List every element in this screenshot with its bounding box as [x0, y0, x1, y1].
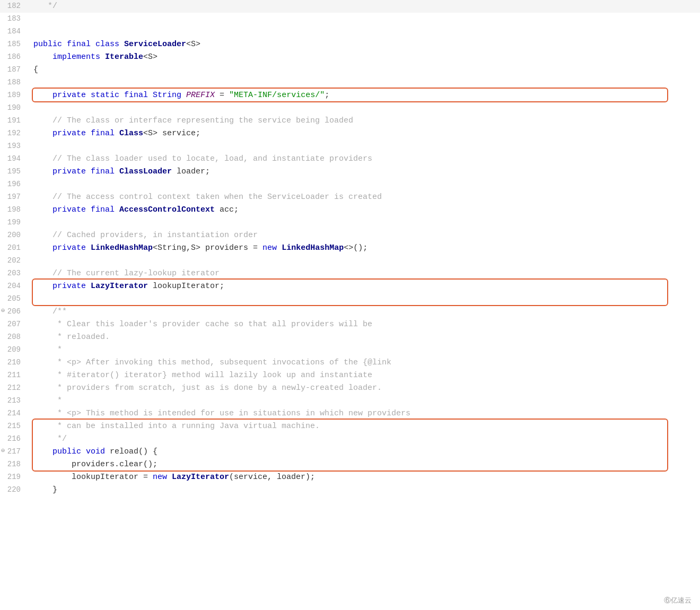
- code-line: 195 private final ClassLoader loader;: [0, 165, 700, 178]
- token-plain: {: [33, 65, 38, 74]
- line-number: 182: [0, 1, 29, 12]
- line-number: 190: [0, 102, 29, 114]
- line-number: 215: [0, 421, 29, 432]
- token-kw: public final class: [33, 40, 124, 49]
- code-line: 185public final class ServiceLoader<S>: [0, 38, 700, 51]
- line-number: 214: [0, 408, 29, 420]
- token-kw: private final: [33, 167, 119, 176]
- line-content: // The access control context taken when…: [29, 191, 700, 203]
- token-classname: LazyIterator: [91, 282, 148, 291]
- code-line: 213 *: [0, 395, 700, 407]
- code-line: 198 private final AccessControlContext a…: [0, 204, 700, 216]
- code-line: 186 implements Iterable<S>: [0, 51, 700, 64]
- token-kw: implements: [33, 53, 105, 62]
- line-number: 219: [0, 472, 29, 483]
- line-content: public void reload() {: [29, 446, 700, 458]
- code-line: 187{: [0, 64, 700, 76]
- line-number: 193: [0, 141, 29, 152]
- token-plain: <>();: [344, 243, 368, 252]
- code-line: 209 *: [0, 344, 700, 356]
- line-content: // The class or interface representing t…: [29, 115, 700, 127]
- code-line: 205: [0, 293, 700, 306]
- line-content: private static final String PREFIX = "ME…: [29, 89, 700, 101]
- token-comment: *: [33, 396, 62, 405]
- token-plain: loader;: [172, 167, 210, 176]
- line-number: 201: [0, 242, 29, 254]
- line-number: 203: [0, 268, 29, 280]
- line-content: implements Iterable<S>: [29, 51, 700, 63]
- line-content: private LinkedHashMap<String,S> provider…: [29, 242, 700, 254]
- code-line: 208 * reloaded.: [0, 331, 700, 344]
- token-comment: * providers from scratch, just as is don…: [33, 384, 382, 393]
- line-number: 210: [0, 357, 29, 369]
- line-number: 213: [0, 395, 29, 407]
- token-plain: <String,S> providers =: [153, 243, 262, 252]
- line-number: 189: [0, 90, 29, 101]
- line-number: 212: [0, 382, 29, 394]
- token-comment: * reloaded.: [33, 333, 110, 342]
- line-number: 186: [0, 51, 29, 63]
- code-line: 201 private LinkedHashMap<String,S> prov…: [0, 242, 700, 255]
- token-comment: * #iterator() iterator} method will lazi…: [33, 371, 372, 380]
- line-content: // Cached providers, in instantiation or…: [29, 229, 700, 241]
- token-plain: lookupIterator;: [148, 282, 224, 291]
- line-number: 207: [0, 319, 29, 330]
- line-content: // The class loader used to locate, load…: [29, 153, 700, 165]
- line-content: [29, 216, 700, 229]
- token-kw: private: [33, 282, 91, 291]
- line-number: 200: [0, 230, 29, 241]
- token-kw: private final: [33, 129, 119, 138]
- line-number: 192: [0, 128, 29, 140]
- watermark: ⑥亿速云: [664, 595, 692, 606]
- code-line: 211 * #iterator() iterator} method will …: [0, 369, 700, 382]
- token-classname: Iterable: [105, 53, 143, 62]
- token-plain: }: [33, 485, 57, 494]
- code-line: 184: [0, 25, 700, 38]
- code-line: 190: [0, 102, 700, 115]
- token-plain: reload: [110, 447, 138, 456]
- line-content: * <p> This method is intended for use in…: [29, 407, 700, 420]
- line-number: 191: [0, 115, 29, 127]
- token-comment: * <p> This method is intended for use in…: [33, 409, 410, 418]
- code-line: 215 * can be installed into a running Ja…: [0, 420, 700, 433]
- line-content: [29, 76, 700, 89]
- code-line: 191 // The class or interface representi…: [0, 115, 700, 127]
- code-line: 203 // The current lazy-lookup iterator: [0, 267, 700, 280]
- code-line: 196: [0, 178, 700, 191]
- line-number: 202: [0, 255, 29, 267]
- token-plain: <S> service;: [143, 129, 200, 138]
- token-string: "META-INF/services/": [229, 91, 325, 100]
- token-comment: // The class loader used to locate, load…: [33, 154, 253, 163]
- line-content: public final class ServiceLoader<S>: [29, 38, 700, 50]
- code-line: 199: [0, 216, 700, 229]
- line-number: 183: [0, 13, 29, 25]
- line-content: */: [29, 433, 700, 445]
- token-comment: // The current lazy-lookup iterator: [33, 269, 220, 278]
- fold-icon[interactable]: ⊖: [1, 306, 5, 316]
- token-comment: instantiate providers: [267, 154, 372, 163]
- code-line: 204 private LazyIterator lookupIterator;: [0, 280, 700, 293]
- token-comment: *: [33, 345, 62, 354]
- line-number: 218: [0, 459, 29, 470]
- line-number: ⊖217: [0, 446, 29, 458]
- line-content: [29, 178, 700, 190]
- line-number: 188: [0, 77, 29, 89]
- fold-icon[interactable]: ⊖: [1, 446, 5, 456]
- token-plain: <S>: [143, 53, 158, 62]
- line-content: lookupIterator = new LazyIterator(servic…: [29, 471, 700, 483]
- line-content: private final ClassLoader loader;: [29, 165, 700, 178]
- code-line: 207 * Clear this loader's provider cache…: [0, 318, 700, 331]
- line-number: 197: [0, 191, 29, 203]
- code-line: 197 // The access control context taken …: [0, 191, 700, 204]
- code-line: ⊖206 /**: [0, 306, 700, 318]
- line-content: [29, 102, 700, 114]
- token-plain: [181, 91, 186, 100]
- line-content: }: [29, 484, 700, 496]
- line-number: 194: [0, 153, 29, 165]
- token-comment: // The class or interface representing t…: [33, 116, 353, 125]
- code-line: 189 private static final String PREFIX =…: [0, 89, 700, 102]
- line-number: 196: [0, 179, 29, 190]
- code-line: 210 * <p> After invoking this method, su…: [0, 356, 700, 369]
- token-comment: * can be installed into a running Java v…: [33, 422, 320, 431]
- token-plain: <S>: [186, 40, 200, 49]
